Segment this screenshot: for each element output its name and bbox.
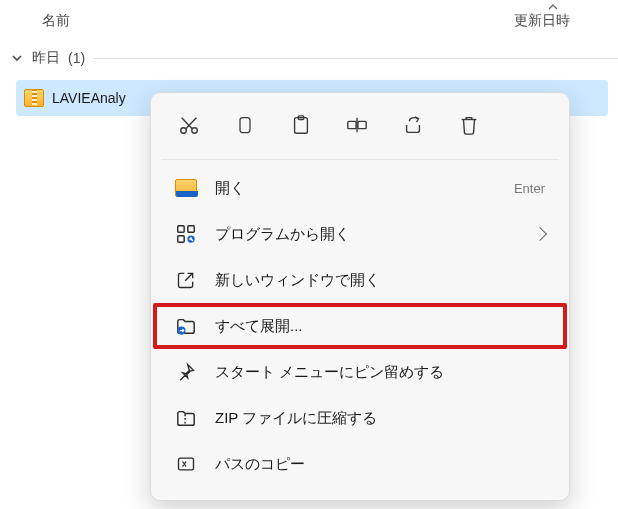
chevron-down-icon <box>10 51 24 65</box>
rename-icon <box>345 114 369 136</box>
menu-item-new-window[interactable]: 新しいウィンドウで開く <box>157 258 563 302</box>
quick-action-row <box>151 93 569 157</box>
svg-rect-2 <box>240 118 250 133</box>
group-divider <box>93 58 618 59</box>
svg-rect-9 <box>178 236 184 242</box>
svg-rect-7 <box>178 226 184 232</box>
zip-folder-icon <box>24 89 44 107</box>
copy-path-icon <box>176 454 196 474</box>
svg-rect-8 <box>188 226 194 232</box>
menu-item-label: パスのコピー <box>215 455 545 474</box>
group-count: (1) <box>68 50 85 66</box>
clipboard-icon <box>290 114 312 136</box>
cut-button[interactable] <box>175 111 203 139</box>
menu-separator <box>161 159 559 160</box>
zip-icon <box>175 408 197 428</box>
pin-icon <box>176 362 196 382</box>
group-label: 昨日 <box>32 49 60 67</box>
svg-rect-6 <box>358 121 366 128</box>
menu-item-open-with[interactable]: プログラムから開く <box>157 212 563 256</box>
rename-button[interactable] <box>343 111 371 139</box>
folder-icon <box>175 179 197 197</box>
svg-point-1 <box>192 128 198 134</box>
column-date[interactable]: 更新日時 <box>514 12 618 30</box>
share-icon <box>402 114 424 136</box>
column-headers: 名前 更新日時 <box>0 0 618 42</box>
file-name: LAVIEAnaly <box>52 90 126 106</box>
svg-rect-12 <box>179 458 194 470</box>
column-date-label: 更新日時 <box>514 12 570 30</box>
trash-icon <box>458 114 480 136</box>
menu-item-copy-path[interactable]: パスのコピー <box>157 442 563 486</box>
menu-item-label: スタート メニューにピン留めする <box>215 363 545 382</box>
group-row-yesterday[interactable]: 昨日 (1) <box>0 42 618 74</box>
menu-item-label: ZIP ファイルに圧縮する <box>215 409 545 428</box>
share-button[interactable] <box>399 111 427 139</box>
menu-item-label: 新しいウィンドウで開く <box>215 271 545 290</box>
menu-item-accel: Enter <box>514 181 545 196</box>
menu-item-pin-start[interactable]: スタート メニューにピン留めする <box>157 350 563 394</box>
copy-button[interactable] <box>231 111 259 139</box>
menu-item-extract-all[interactable]: すべて展開... <box>157 304 563 348</box>
open-with-icon <box>175 223 197 245</box>
submenu-icon <box>533 227 547 241</box>
column-name[interactable]: 名前 <box>42 12 442 30</box>
copy-icon <box>235 114 255 136</box>
paste-button[interactable] <box>287 111 315 139</box>
svg-rect-5 <box>348 121 356 128</box>
context-menu: 開く Enter プログラムから開く 新しいウィンドウで開く <box>150 92 570 501</box>
new-window-icon <box>176 270 196 290</box>
menu-item-open[interactable]: 開く Enter <box>157 166 563 210</box>
scissors-icon <box>178 114 200 136</box>
folder-arrow-icon <box>175 316 197 336</box>
svg-point-0 <box>181 128 187 134</box>
delete-button[interactable] <box>455 111 483 139</box>
sort-indicator-icon <box>548 4 558 10</box>
menu-item-label: プログラムから開く <box>215 225 517 244</box>
menu-item-compress-zip[interactable]: ZIP ファイルに圧縮する <box>157 396 563 440</box>
menu-item-label: すべて展開... <box>215 317 545 336</box>
menu-item-label: 開く <box>215 179 496 198</box>
